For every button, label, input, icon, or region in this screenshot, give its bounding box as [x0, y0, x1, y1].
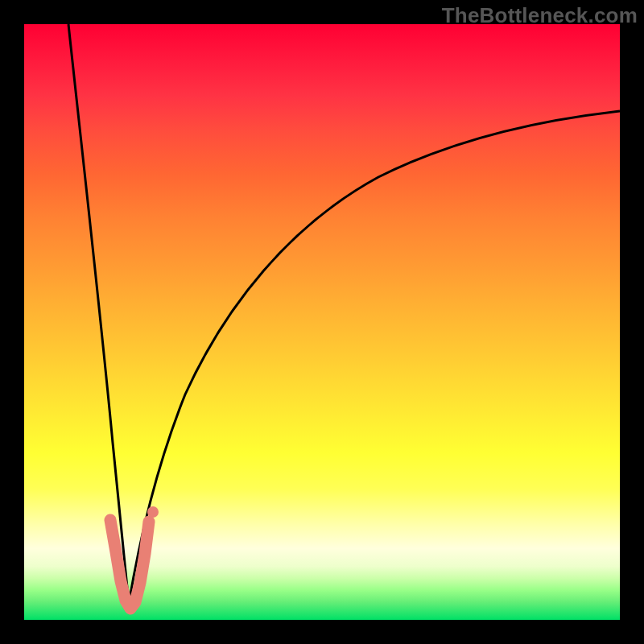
curve-left-branch: [68, 24, 129, 604]
curve-right-branch: [129, 111, 620, 604]
watermark-text: TheBottleneck.com: [442, 3, 638, 28]
chart-frame: TheBottleneck.com: [0, 0, 644, 644]
minimum-v-marker: [110, 520, 149, 609]
curves-layer: [24, 24, 620, 620]
plot-area: [24, 24, 620, 620]
minimum-extra-dot: [147, 506, 159, 518]
